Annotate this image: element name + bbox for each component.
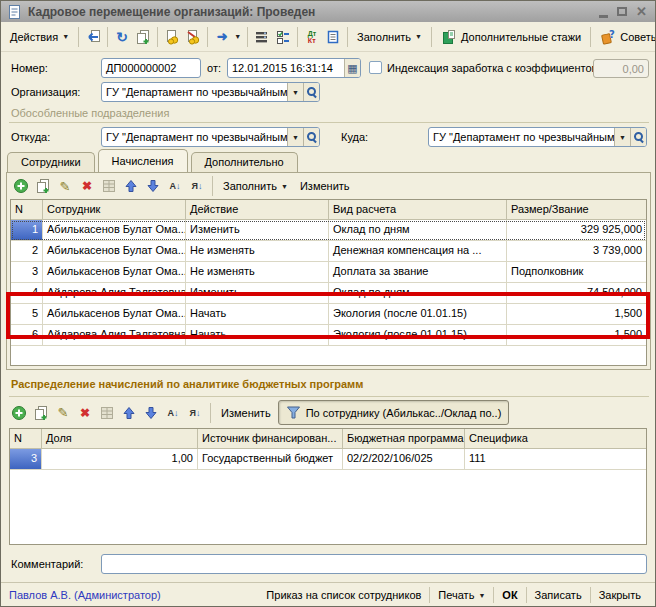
print-button[interactable]: Печать ▼ xyxy=(430,583,493,607)
table-row[interactable]: 3 1,00 Государственный бюджет 02/2/202/1… xyxy=(10,449,646,470)
maximize-icon[interactable] xyxy=(617,7,627,16)
tab-employees[interactable]: Сотрудники xyxy=(7,152,95,172)
table-cell[interactable]: 3 739,000 xyxy=(507,241,646,261)
table-row[interactable]: 3 Абилькасенов Булат Ома... Не изменять … xyxy=(11,262,646,283)
organization-combobox[interactable]: ГУ "Департамент по чрезвычайным ▼ xyxy=(101,82,320,102)
change-rows-button[interactable]: Изменить xyxy=(295,178,355,194)
table-cell[interactable]: 111 xyxy=(465,449,646,469)
sort-descending-icon[interactable]: Я↓ xyxy=(187,177,207,196)
post-document-icon[interactable] xyxy=(162,27,182,46)
table-cell[interactable]: Не изменять xyxy=(186,241,329,261)
journal-icon[interactable] xyxy=(323,27,343,46)
copy-document-icon[interactable] xyxy=(133,27,153,46)
minimize-icon[interactable] xyxy=(599,15,608,18)
table-cell[interactable]: Экология (после 01.01.15) xyxy=(329,304,507,324)
tab-additional[interactable]: Дополнительно xyxy=(191,152,298,172)
goto-button[interactable]: ➜ ▼ xyxy=(212,25,243,48)
table-cell[interactable]: Экология (после 01.01.15) xyxy=(329,325,507,345)
save-button[interactable]: Записать xyxy=(527,583,590,607)
filter-by-employee-button[interactable]: По сотруднику (Абилькас../Оклад по..) xyxy=(278,400,510,425)
table-cell[interactable]: 1,500 xyxy=(507,325,646,345)
number-input[interactable]: ДП000000002 xyxy=(101,58,201,78)
refresh-icon[interactable]: ↻ xyxy=(112,27,132,46)
indexation-checkbox[interactable] xyxy=(369,61,382,74)
delete-row-icon[interactable]: ✖ xyxy=(75,403,95,422)
comment-input[interactable] xyxy=(101,554,647,574)
table-cell[interactable]: Айдарова Алия Талгатовна xyxy=(43,325,186,345)
calendar-button[interactable]: ▦ xyxy=(344,59,360,77)
sort-ascending-icon[interactable]: А↓ xyxy=(165,177,185,196)
add-row-icon[interactable] xyxy=(11,177,31,196)
table-cell[interactable]: Абилькасенов Булат Ома... xyxy=(43,262,186,282)
table-cell[interactable]: Подполковник xyxy=(507,262,646,282)
list-selection-icon[interactable] xyxy=(273,27,293,46)
table-cell[interactable]: 74 504,000 xyxy=(507,283,646,303)
add-row-icon[interactable] xyxy=(9,403,29,422)
table-cell[interactable]: 1,500 xyxy=(507,304,646,324)
table-cell[interactable]: 3 xyxy=(10,449,42,469)
close-button[interactable]: Закрыть xyxy=(591,583,649,607)
search-button[interactable] xyxy=(630,128,646,146)
change-rows-button[interactable]: Изменить xyxy=(216,405,276,421)
table-cell[interactable]: 329 925,000 xyxy=(507,220,646,240)
move-up-icon[interactable] xyxy=(119,403,139,422)
table-row[interactable]: 2 Абилькасенов Булат Ома... Не изменять … xyxy=(11,241,646,262)
fill-rows-button[interactable]: Заполнить ▼ xyxy=(218,178,293,194)
move-up-icon[interactable] xyxy=(121,177,141,196)
table-cell[interactable]: 1 xyxy=(11,220,43,240)
to-combobox[interactable]: ГУ "Департамент по чрезвычайным ▼ xyxy=(428,127,647,147)
tab-accruals[interactable]: Начисления xyxy=(98,149,188,172)
additional-experience-button[interactable]: Дополнительные стажи xyxy=(436,25,586,48)
dropdown-button[interactable]: ▼ xyxy=(287,83,303,101)
table-cell[interactable]: Не изменять xyxy=(186,262,329,282)
copy-row-icon[interactable] xyxy=(33,177,53,196)
tips-button[interactable]: ? Советы xyxy=(595,25,656,48)
table-cell[interactable]: 1,00 xyxy=(42,449,198,469)
sort-descending-icon[interactable]: Я↓ xyxy=(185,403,205,422)
close-icon[interactable]: ✕ xyxy=(636,5,647,18)
search-button[interactable] xyxy=(303,83,319,101)
table-cell[interactable]: Государственный бюджет xyxy=(198,449,343,469)
dropdown-button[interactable]: ▼ xyxy=(614,128,630,146)
save-grid-icon[interactable] xyxy=(97,403,117,422)
save-grid-icon[interactable] xyxy=(99,177,119,196)
delete-row-icon[interactable]: ✖ xyxy=(77,177,97,196)
reread-icon[interactable] xyxy=(83,27,103,46)
table-cell[interactable]: Абилькасенов Булат Ома... xyxy=(43,241,186,261)
dt-kt-icon[interactable]: ДтКт xyxy=(302,27,322,46)
ok-button[interactable]: ОК xyxy=(494,583,525,607)
dropdown-button[interactable]: ▼ xyxy=(287,128,303,146)
table-cell[interactable]: Изменить xyxy=(186,220,329,240)
table-cell[interactable]: Начать xyxy=(186,325,329,345)
table-row[interactable]: 6 Айдарова Алия Талгатовна Начать Эколог… xyxy=(11,325,646,346)
table-cell[interactable]: Денежная компенсация на ... xyxy=(329,241,507,261)
table-cell[interactable]: Изменить xyxy=(186,283,329,303)
order-list-button[interactable]: Приказ на список сотрудников xyxy=(258,583,429,607)
table-row[interactable]: 5 Абилькасенов Булат Ома... Начать Эколо… xyxy=(11,304,646,325)
table-cell[interactable]: 5 xyxy=(11,304,43,324)
edit-row-icon[interactable]: ✎ xyxy=(53,403,73,422)
table-cell[interactable]: 4 xyxy=(11,283,43,303)
date-input[interactable]: 12.01.2015 16:31:14 ▦ xyxy=(227,58,361,78)
move-down-icon[interactable] xyxy=(141,403,161,422)
table-cell[interactable]: Абилькасенов Булат Ома... xyxy=(43,304,186,324)
unpost-document-icon[interactable] xyxy=(183,27,203,46)
search-button[interactable] xyxy=(303,128,319,146)
sort-ascending-icon[interactable]: А↓ xyxy=(163,403,183,422)
table-cell[interactable]: 2 xyxy=(11,241,43,261)
fill-button[interactable]: Заполнить ▼ xyxy=(352,29,427,45)
table-cell[interactable]: 02/2/202/106/025 xyxy=(343,449,465,469)
table-cell[interactable]: 6 xyxy=(11,325,43,345)
table-cell[interactable]: Оклад по дням xyxy=(329,220,507,240)
table-row[interactable]: 4 Айдарова Алия Талгатовна Изменить Окла… xyxy=(11,283,646,304)
table-cell[interactable]: Абилькасенов Булат Ома... xyxy=(43,220,186,240)
edit-row-icon[interactable]: ✎ xyxy=(55,177,75,196)
table-row[interactable]: 1 Абилькасенов Булат Ома... Изменить Окл… xyxy=(11,220,646,241)
table-cell[interactable]: Айдарова Алия Талгатовна xyxy=(43,283,186,303)
actions-button[interactable]: Действия ▼ xyxy=(5,29,74,45)
structure-icon[interactable] xyxy=(252,27,272,46)
table-cell[interactable]: 3 xyxy=(11,262,43,282)
copy-row-icon[interactable] xyxy=(31,403,51,422)
table-cell[interactable]: Начать xyxy=(186,304,329,324)
from-combobox[interactable]: ГУ "Департамент по чрезвычайным ▼ xyxy=(101,127,320,147)
